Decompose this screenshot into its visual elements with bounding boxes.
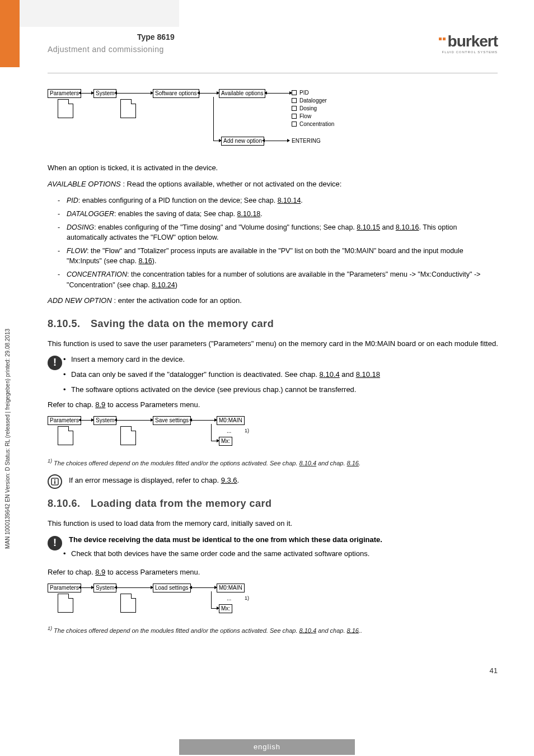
- chap-link: 8.10.4: [320, 370, 340, 379]
- opt-pid: PID: [299, 89, 309, 97]
- doc-section: Adjustment and commissioning: [48, 45, 164, 54]
- node-software-options: Software options: [153, 89, 199, 98]
- term: FLOW: [67, 247, 87, 255]
- diagram-save-settings: Parameters System Save settings M0:MAIN …: [48, 416, 498, 450]
- rest: : Read the options available, whether or…: [121, 180, 342, 188]
- li-flow: FLOW: the "Flow" and "Totalizer" process…: [67, 246, 498, 266]
- info-icon: [48, 474, 62, 489]
- checkbox-icon: [292, 90, 297, 95]
- warn-item: Insert a memory card in the device.: [71, 354, 498, 365]
- side-metadata: MAN 1000139642 EN Version: D Status: RL …: [4, 329, 11, 549]
- doc-type: Type 8619: [137, 32, 175, 41]
- txt: : the "Flow" and "Totalizer" process inp…: [67, 247, 463, 265]
- connector: [81, 587, 91, 588]
- footer-language: english: [179, 739, 355, 755]
- sup: 1): [48, 458, 52, 464]
- connector: [192, 420, 214, 421]
- txt: : enables configuring of a PID function …: [78, 197, 278, 204]
- chap-link: 8.16: [347, 460, 359, 466]
- node-add-new-option: Add new option: [221, 137, 264, 146]
- sup: 1): [48, 626, 52, 631]
- lead: AVAILABLE OPTIONS: [48, 180, 121, 188]
- chap-link: 9.3.6: [221, 476, 237, 484]
- node-m0main: M0:MAIN: [217, 584, 245, 592]
- diagram-load-settings: Parameters System Load settings M0:MAIN …: [48, 584, 498, 617]
- warn-item: Check that both devices have the same or…: [71, 549, 498, 559]
- warning-icon: !: [48, 356, 62, 370]
- svg-rect-3: [54, 481, 55, 484]
- node-parameters: Parameters: [48, 89, 81, 98]
- para-available-options: AVAILABLE OPTIONS : Read the options ava…: [48, 179, 498, 190]
- node-system: System: [93, 89, 116, 98]
- li-pid: PID: enables configuring of a PID functi…: [67, 195, 498, 206]
- header-gray-box: [20, 0, 179, 27]
- txt: Refer to chap.: [48, 568, 95, 576]
- connector: [211, 441, 217, 441]
- brand-tagline: FLUID CONTROL SYSTEMS: [438, 50, 498, 54]
- para-8106-intro: This function is used to load data from …: [48, 519, 498, 529]
- node-system: System: [93, 584, 116, 592]
- sheet-icon: [120, 426, 136, 445]
- para-add-new-option: ADD NEW OPTION : enter the activation co…: [48, 296, 498, 306]
- txt: ..: [359, 627, 362, 633]
- chap-link: 8.10.18: [356, 370, 380, 379]
- txt: ).: [152, 257, 157, 265]
- connector: [211, 608, 217, 609]
- node-parameters: Parameters: [48, 416, 81, 425]
- connector: [211, 591, 212, 608]
- term: PID: [67, 197, 78, 204]
- brand-name: burkert: [448, 32, 498, 50]
- txt: and: [340, 370, 356, 379]
- chap-link: 8.16: [138, 257, 152, 265]
- li-dosing: DOSING: enables configuring of the "Time…: [67, 222, 498, 242]
- lead: ADD NEW OPTION: [48, 296, 112, 305]
- opt-flow: Flow: [299, 113, 311, 121]
- options-list: PID: enables configuring of a PID functi…: [48, 195, 498, 290]
- connector: [117, 420, 151, 421]
- chap-link: 8.10.18: [237, 210, 261, 218]
- sheet-icon: [58, 99, 73, 118]
- warn-headline: The device receiving the data must be id…: [69, 535, 498, 545]
- connector: [117, 93, 151, 94]
- sheet-icon: [120, 99, 136, 118]
- sheet-icon: [58, 426, 73, 445]
- txt: to access Parameters menu.: [105, 400, 200, 409]
- checkbox-icon: [292, 114, 297, 119]
- checkbox-icon: [292, 98, 297, 103]
- footnote-2: 1) The choices offered depend on the mod…: [48, 625, 498, 636]
- connector: [81, 420, 91, 421]
- para-refer-1: Refer to chap. 8.9 to access Parameters …: [48, 400, 498, 410]
- connector: [81, 93, 91, 94]
- main-content: Parameters System Software options Avail…: [48, 87, 498, 641]
- checkbox-icon: [292, 106, 297, 111]
- footnote-1: 1) The choices offered depend on the mod…: [48, 458, 498, 468]
- connector: [200, 93, 217, 94]
- chap-link: 8.10.16: [396, 223, 419, 231]
- opt-datalogger: Datalogger: [299, 97, 327, 105]
- chap-link: 8.10.4: [299, 460, 317, 466]
- txt: and: [380, 223, 396, 231]
- chap-link: 8.10.24: [152, 281, 175, 289]
- txt: Refer to chap.: [48, 400, 95, 409]
- opt-concentration: Concentration: [299, 120, 334, 129]
- diagram-software-options: Parameters System Software options Avail…: [48, 89, 498, 155]
- heading-8-10-6: 8.10.6. Loading data from the memory car…: [48, 496, 498, 511]
- term: DOSING: [67, 223, 94, 231]
- txt: and chap.: [316, 460, 346, 466]
- term: DATALOGGER: [67, 210, 114, 218]
- txt: : enables the saving of data; See chap.: [114, 210, 237, 218]
- para-refer-2: Refer to chap. 8.9 to access Parameters …: [48, 567, 498, 578]
- node-mx: Mx:: [219, 604, 232, 613]
- txt: : enables configuring of the "Time dosin…: [94, 223, 357, 231]
- term: CONCENTRATION: [67, 270, 127, 278]
- node-entering: ENTERING: [292, 137, 321, 146]
- sup-ref: 1): [245, 427, 249, 435]
- node-dots: ...: [227, 427, 231, 436]
- chap-link: 8.9: [95, 568, 105, 576]
- chap-link: 8.10.15: [357, 223, 380, 231]
- li-concentration: CONCENTRATION: the concentration tables …: [67, 269, 498, 290]
- page-number: 41: [490, 666, 498, 675]
- connector: [265, 141, 287, 141]
- warn-item: The software options activated on the de…: [71, 385, 498, 395]
- txt: The choices offered depend on the module…: [52, 460, 299, 466]
